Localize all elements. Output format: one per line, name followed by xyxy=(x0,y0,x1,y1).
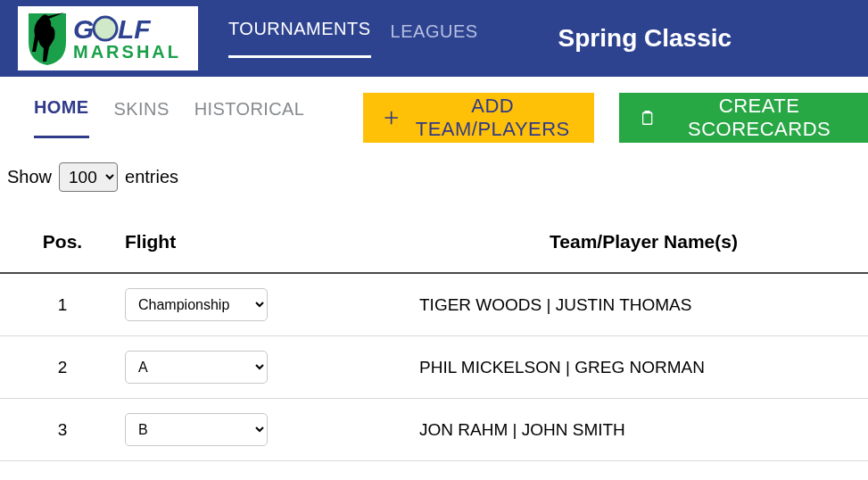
cell-pos: 1 xyxy=(0,273,125,336)
golf-marshal-logo-icon: G LF MARSHAL xyxy=(23,10,193,67)
cell-pos: 2 xyxy=(0,336,125,399)
add-team-players-label: ADD TEAM/PLAYERS xyxy=(411,95,575,141)
create-scorecards-label: CREATE SCORECARDS xyxy=(666,95,852,141)
entries-suffix-label: entries xyxy=(125,167,178,187)
table-row: 3 B JON RAHM | JOHN SMITH xyxy=(0,399,868,461)
cell-names: JON RAHM | JOHN SMITH xyxy=(419,399,868,461)
cell-pos: 3 xyxy=(0,399,125,461)
table-row: 2 A PHIL MICKELSON | GREG NORMAN xyxy=(0,336,868,399)
primary-nav: TOURNAMENTS LEAGUES xyxy=(228,19,478,58)
entries-show-label: Show xyxy=(7,167,52,187)
nav-tournaments[interactable]: TOURNAMENTS xyxy=(228,19,371,58)
create-scorecards-button[interactable]: CREATE SCORECARDS xyxy=(619,93,868,143)
flight-select[interactable]: Championship xyxy=(125,288,268,321)
svg-text:LF: LF xyxy=(118,14,151,44)
entries-select[interactable]: 100 xyxy=(59,162,118,192)
plus-icon xyxy=(383,107,400,128)
flight-select[interactable]: A xyxy=(125,351,268,384)
svg-point-1 xyxy=(94,17,117,40)
logo-subtext: MARSHAL xyxy=(73,42,181,62)
col-header-names: Team/Player Name(s) xyxy=(419,231,868,273)
tournament-title: Spring Classic xyxy=(558,24,732,53)
sub-navbar: HOME SKINS HISTORICAL ADD TEAM/PLAYERS C… xyxy=(0,77,868,143)
leaderboard-table: Pos. Flight Team/Player Name(s) 1 Champi… xyxy=(0,231,868,461)
col-header-flight: Flight xyxy=(125,231,419,273)
nav-leagues[interactable]: LEAGUES xyxy=(391,21,478,58)
col-header-pos: Pos. xyxy=(0,231,125,273)
clipboard-icon xyxy=(639,107,656,128)
tab-skins[interactable]: SKINS xyxy=(114,99,169,137)
table-row: 1 Championship TIGER WOODS | JUSTIN THOM… xyxy=(0,273,868,336)
top-navbar: G LF MARSHAL TOURNAMENTS LEAGUES Spring … xyxy=(0,0,868,77)
svg-rect-5 xyxy=(643,113,651,123)
cell-names: TIGER WOODS | JUSTIN THOMAS xyxy=(419,273,868,336)
flight-select[interactable]: B xyxy=(125,413,268,446)
cell-names: PHIL MICKELSON | GREG NORMAN xyxy=(419,336,868,399)
svg-text:G: G xyxy=(73,14,94,44)
logo[interactable]: G LF MARSHAL xyxy=(18,6,198,70)
entries-control: Show 100 entries xyxy=(0,143,868,192)
tab-historical[interactable]: HISTORICAL xyxy=(194,99,305,137)
tab-home[interactable]: HOME xyxy=(34,97,89,138)
add-team-players-button[interactable]: ADD TEAM/PLAYERS xyxy=(363,93,594,143)
